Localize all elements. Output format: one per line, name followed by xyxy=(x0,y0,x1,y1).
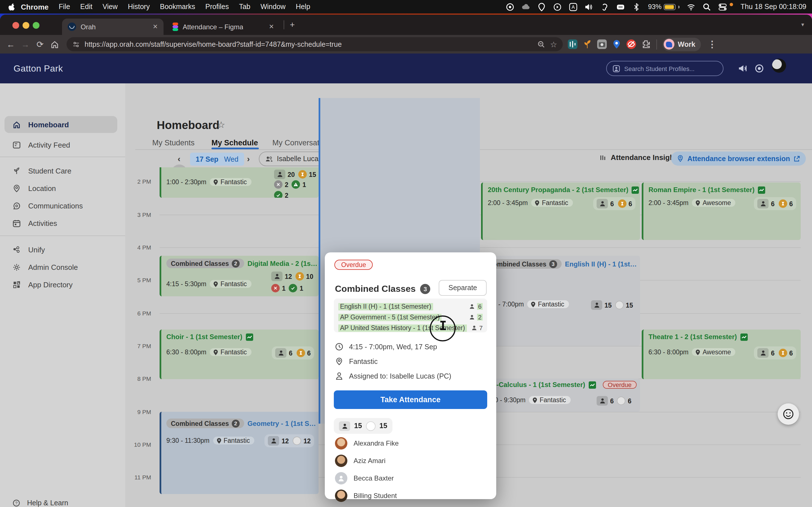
event-title[interactable]: Pre-Calculus - 1 (1st Semester) xyxy=(486,381,585,389)
clock-icon xyxy=(335,342,343,351)
svg-text:A: A xyxy=(572,4,575,10)
event-title[interactable]: Digital Media - 2 (1s… xyxy=(248,260,317,267)
menu-profiles[interactable]: Profiles xyxy=(205,3,229,11)
event-time: 1:00 - 2:30pm xyxy=(166,179,206,185)
event-title[interactable]: Roman Empire - 1 (1st Semester) xyxy=(649,186,755,194)
screen-record-icon[interactable] xyxy=(506,3,514,11)
event-title[interactable]: Geometry - 1 (1st S… xyxy=(248,419,316,427)
cloud-icon[interactable] xyxy=(522,3,530,11)
student-row[interactable]: Billing Student xyxy=(335,490,397,502)
attendee-count: 15 xyxy=(354,422,362,430)
event-location: Fantastic xyxy=(213,437,254,445)
event-card[interactable]: Theatre 1 - 2 (1st Semester) 6:30 - 8:00… xyxy=(642,330,801,379)
event-card[interactable]: Combined Classes2 Digital Media - 2 (1s…… xyxy=(160,256,319,296)
class-list: English II (H) - 1 (1st Semester) 6 AP G… xyxy=(334,298,487,332)
event-card[interactable]: Combined Classes2 Geometry - 1 (1st S… 9… xyxy=(160,412,319,494)
event-location: Fantastic xyxy=(529,396,570,404)
help-widget-button[interactable] xyxy=(777,403,799,425)
menu-view[interactable]: View xyxy=(103,3,118,11)
excused-badge xyxy=(274,180,283,189)
attendees-icon xyxy=(342,423,348,429)
battery-indicator[interactable]: 93% xyxy=(648,3,679,11)
event-time: 6:30 - 8:00pm xyxy=(166,349,206,355)
bluetooth-icon[interactable] xyxy=(632,3,641,11)
person-icon xyxy=(471,325,477,331)
student-row[interactable]: Becca Baxter xyxy=(335,472,394,485)
event-title[interactable]: Theatre 1 - 2 (1st Semester) xyxy=(649,333,737,341)
volume-icon[interactable] xyxy=(585,3,593,11)
separate-button[interactable]: Separate xyxy=(439,280,487,296)
popup-attendance-stats: 15 15 xyxy=(334,418,393,434)
event-title[interactable]: Choir - 1 (1st Semester) xyxy=(166,333,242,341)
class-count-badge: 3 xyxy=(420,284,430,294)
location-status-icon[interactable] xyxy=(538,3,546,11)
unmarked-badge xyxy=(615,301,624,309)
play-status-icon[interactable] xyxy=(553,3,562,11)
person-icon xyxy=(469,304,475,309)
chart-icon xyxy=(589,381,596,388)
event-title[interactable]: English II (H) - 1 (1st… xyxy=(565,260,637,268)
popup-title: Combined Classes 3 xyxy=(335,284,430,294)
unmarked-badge xyxy=(617,397,626,405)
student-row[interactable]: Alexandra Fike xyxy=(335,437,399,450)
pending-badge xyxy=(298,170,307,179)
menu-edit[interactable]: Edit xyxy=(80,3,93,11)
event-card[interactable]: Roman Empire - 1 (1st Semester) 2:00 - 3… xyxy=(642,182,801,240)
menu-tab[interactable]: Tab xyxy=(239,3,250,11)
event-location: Awesome xyxy=(692,199,735,207)
class-row[interactable]: AP Government - 5 (1st Semester) 2 xyxy=(338,313,483,322)
combined-classes-pill: Combined Classes2 xyxy=(166,418,244,428)
input-source-icon[interactable]: A xyxy=(569,3,577,11)
menu-bookmarks[interactable]: Bookmarks xyxy=(160,3,195,11)
chart-icon xyxy=(740,333,748,341)
event-location: Fantastic xyxy=(210,178,251,186)
popup-location-row: Fantastic xyxy=(335,357,377,365)
event-card[interactable]: 20th Century Propaganda - 2 (1st Semeste… xyxy=(481,182,640,240)
popup-location: Fantastic xyxy=(349,357,377,365)
apple-icon[interactable] xyxy=(8,3,16,11)
overdue-pill: Overdue xyxy=(335,260,373,270)
unmarked-count: 15 xyxy=(379,422,388,430)
event-title[interactable]: 20th Century Propaganda - 2 (1st Semeste… xyxy=(488,186,628,194)
student-name: Billing Student xyxy=(354,492,397,500)
combined-count-badge: 2 xyxy=(232,260,240,267)
chart-icon xyxy=(632,186,639,193)
keyboard-icon[interactable] xyxy=(616,3,625,11)
student-name: Aziz Amari xyxy=(354,457,386,465)
present-badge xyxy=(274,191,283,198)
student-avatar xyxy=(335,472,347,485)
student-name: Becca Baxter xyxy=(354,474,394,482)
event-card[interactable]: Choir - 1 (1st Semester) 6:30 - 8:00pm F… xyxy=(160,330,319,379)
event-card[interactable]: Pre-Calculus - 1 (1st Semester) Overdue … xyxy=(481,379,640,412)
wifi-icon[interactable] xyxy=(687,3,695,11)
event-time: 2:00 - 3:45pm xyxy=(488,200,528,206)
popup-time: 4:15 - 7:00pm, Wed, 17 Sep xyxy=(349,343,437,351)
spotlight-icon[interactable] xyxy=(703,3,711,11)
take-attendance-button[interactable]: Take Attendance xyxy=(334,390,487,409)
event-time: 2:00 - 3:45pm xyxy=(649,200,689,206)
screen: Chrome File Edit View History Bookmarks … xyxy=(0,0,812,507)
event-time: 9:30 - 11:30pm xyxy=(166,437,209,444)
menu-file[interactable]: File xyxy=(59,3,70,11)
unmarked-badge xyxy=(293,437,301,445)
event-location: Fantastic xyxy=(527,300,569,308)
control-center-icon[interactable] xyxy=(718,3,727,11)
pin-outline-icon xyxy=(335,357,343,365)
menu-history[interactable]: History xyxy=(128,3,150,11)
class-name: English II (H) - 1 (1st Semester) xyxy=(338,303,433,310)
student-row[interactable]: Aziz Amari xyxy=(335,455,386,467)
battery-percent: 93% xyxy=(648,3,661,11)
chart-icon xyxy=(758,186,765,193)
menu-chrome[interactable]: Chrome xyxy=(21,3,49,11)
class-row[interactable]: English II (H) - 1 (1st Semester) 6 xyxy=(338,302,483,311)
menubar-clock[interactable]: Thu 18 Sep 00:18:09 xyxy=(741,3,806,11)
student-name: Alexandra Fike xyxy=(354,439,399,447)
menu-window[interactable]: Window xyxy=(260,3,286,11)
menu-help[interactable]: Help xyxy=(296,3,310,11)
event-card-selected[interactable]: Combined Classes3 English II (H) - 1 (1s… xyxy=(481,256,640,346)
hearing-icon[interactable] xyxy=(601,3,609,11)
event-time: 6:30 - 8:00pm xyxy=(649,349,689,355)
event-card[interactable]: 1:00 - 2:30pm Fantastic 20 15 2 1 2 xyxy=(160,167,319,198)
class-row[interactable]: AP United States History - 1 (1st Semest… xyxy=(338,323,483,332)
text-cursor: I xyxy=(439,319,447,333)
